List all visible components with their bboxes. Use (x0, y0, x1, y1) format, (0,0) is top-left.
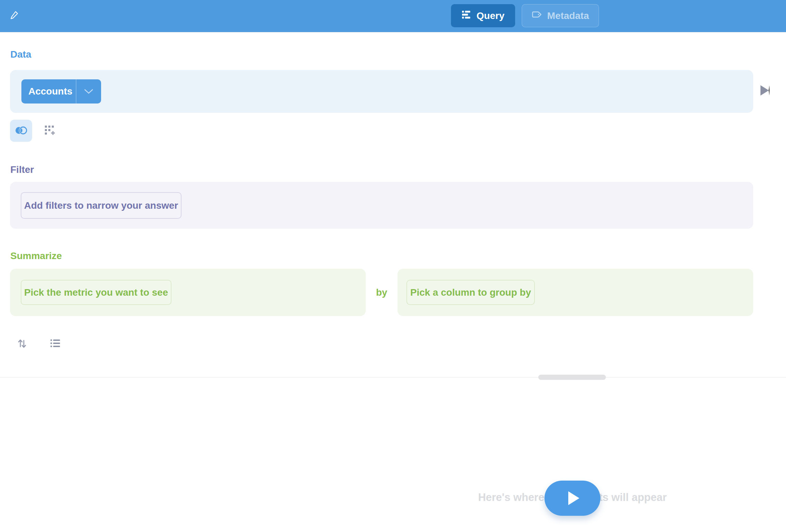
tab-metadata[interactable]: Metadata (522, 4, 599, 27)
data-panel: Accounts (10, 70, 753, 113)
filter-panel: Add filters to narrow your answer (10, 182, 753, 229)
custom-column-button[interactable] (42, 123, 57, 138)
summarize-groupby-panel: Pick a column to group by (397, 269, 753, 316)
chevron-down-icon[interactable] (76, 79, 101, 104)
table-picker-button[interactable]: Accounts (21, 79, 101, 104)
join-data-button[interactable] (10, 120, 32, 142)
tag-icon (532, 9, 542, 22)
sort-step-button[interactable] (14, 335, 30, 352)
sort-arrows-icon (17, 338, 28, 350)
row-limit-button[interactable] (47, 335, 63, 352)
pick-groupby-column-button[interactable]: Pick a column to group by (406, 280, 535, 305)
pencil-icon (9, 10, 20, 21)
resize-drag-handle[interactable] (538, 375, 606, 380)
by-label: by (366, 287, 397, 298)
tab-metadata-label: Metadata (547, 10, 589, 21)
pane-divider (0, 377, 786, 377)
summarize-metric-panel: Pick the metric you want to see (10, 269, 366, 316)
pick-metric-button[interactable]: Pick the metric you want to see (21, 280, 171, 305)
filter-section-title: Filter (10, 164, 34, 175)
play-triangle-icon (568, 491, 579, 505)
tab-query[interactable]: Query (451, 4, 515, 27)
data-section-title: Data (10, 49, 31, 60)
list-icon (50, 338, 60, 349)
preview-step-button[interactable] (760, 85, 769, 96)
tab-query-label: Query (476, 10, 504, 21)
editor-tabs: Query Metadata (451, 4, 599, 27)
run-query-button[interactable] (544, 481, 600, 516)
summarize-section-title: Summarize (10, 250, 62, 262)
table-picker-label: Accounts (21, 79, 76, 104)
notebook-list-icon (462, 10, 471, 22)
top-bar: Query Metadata (0, 0, 786, 32)
add-filter-button[interactable]: Add filters to narrow your answer (21, 192, 181, 219)
edit-title-button[interactable] (6, 7, 23, 23)
join-circles-icon (14, 126, 28, 136)
add-column-icon (44, 125, 56, 137)
